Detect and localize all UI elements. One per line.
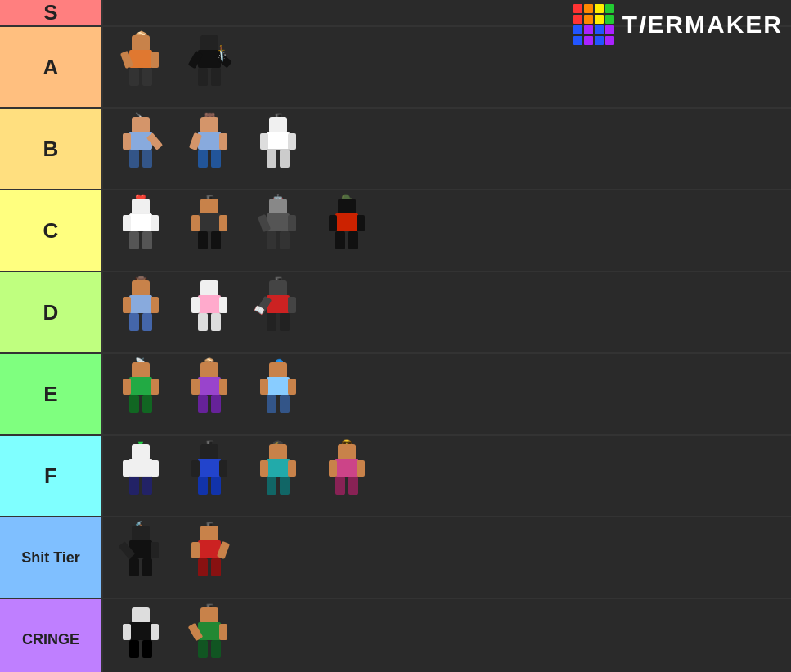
avatar-f1: ▼ <box>108 439 173 513</box>
tier-b-content: 🔪 🐻 <box>103 109 791 189</box>
tier-f-content: ▼ 🎩 <box>103 436 791 516</box>
avatar-c3: 🤖 <box>245 194 311 267</box>
tier-label-f: F <box>0 436 103 516</box>
avatar-e2: 📦 <box>177 357 242 431</box>
tier-shit-text: Shit Tier <box>21 549 80 567</box>
avatar-e1: 📡 <box>108 357 173 431</box>
tier-label-a: A <box>0 27 103 107</box>
tier-d-text: D <box>43 300 59 325</box>
avatar-c4: 🪖 <box>314 194 380 267</box>
tier-cringe-content: 🎩 <box>103 599 791 672</box>
avatar-cr2: 🎩 <box>177 603 242 672</box>
tier-cringe-text: CRINGE <box>22 631 79 648</box>
avatar-b3: 🎩 <box>245 112 311 186</box>
avatar-b1: 🔪 <box>108 112 173 186</box>
logo-mosaic <box>573 4 614 45</box>
tier-b-text: B <box>43 137 59 162</box>
tier-row-e: E 📡 📦 <box>0 354 791 436</box>
tier-c-content: ❤️ 🎩 <box>103 190 791 271</box>
logo-text: TiERMAKER <box>622 11 783 38</box>
tier-row-cringe: CRINGE 🎩 <box>0 599 791 672</box>
tier-row-shit: Shit Tier 🔨 🎩 <box>0 517 791 599</box>
tier-row-d: D 🤠 <box>0 272 791 354</box>
tier-shit-content: 🔨 🎩 <box>103 517 791 598</box>
tier-row-s: S TiERMAKER <box>0 0 791 27</box>
avatar-f3: 🎓 <box>245 439 311 513</box>
tier-s-text: S <box>43 0 57 25</box>
avatar-d2 <box>177 276 242 349</box>
tiermaker-logo: TiERMAKER <box>573 4 783 45</box>
tier-label-d: D <box>0 272 103 352</box>
avatar-cr1 <box>108 603 173 672</box>
avatar-e3: 🧢 <box>245 357 311 431</box>
avatar-c2: 🎩 <box>177 194 242 267</box>
avatar-f2: 🎩 <box>177 439 242 513</box>
tier-row-f: F ▼ 🎩 <box>0 436 791 517</box>
tier-a-text: A <box>43 55 59 80</box>
tier-row-c: C ❤️ 🎩 <box>0 190 791 272</box>
avatar-b2: 🐻 <box>177 112 242 186</box>
avatar-a1: 📦 <box>108 30 173 104</box>
tier-label-cringe: CRINGE <box>0 599 103 672</box>
tier-e-content: 📡 📦 <box>103 354 791 434</box>
tier-label-b: B <box>0 109 103 189</box>
tier-e-text: E <box>43 382 57 407</box>
tier-list: S TiERMAKER A 📦 <box>0 0 791 672</box>
tier-f-text: F <box>44 464 57 489</box>
avatar-d1: 🤠 <box>108 276 173 349</box>
avatar-c1: ❤️ <box>108 194 173 267</box>
avatar-st1: 🔨 <box>108 521 173 594</box>
tier-label-shit: Shit Tier <box>0 517 103 598</box>
avatar-a2: 🗡️ <box>177 30 242 104</box>
tier-c-text: C <box>43 218 59 244</box>
avatar-f4: 😎 <box>314 439 380 513</box>
tier-row-b: B 🔪 🐻 <box>0 109 791 190</box>
tier-label-s: S <box>0 0 103 25</box>
tier-label-c: C <box>0 190 103 271</box>
avatar-st2: 🎩 <box>177 521 242 594</box>
tier-label-e: E <box>0 354 103 434</box>
tier-s-content: TiERMAKER <box>103 0 791 25</box>
tier-d-content: 🤠 <box>103 272 791 352</box>
avatar-d3: 🎩 📖 <box>245 276 311 349</box>
